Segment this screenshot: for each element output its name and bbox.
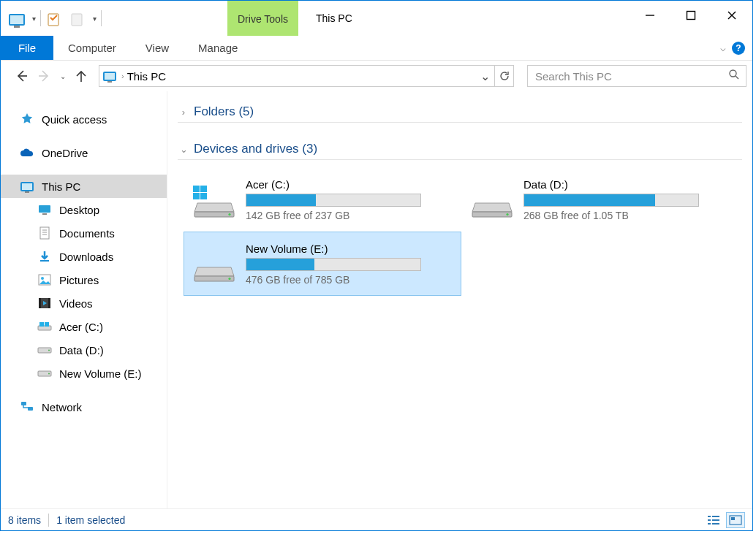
context-tab-drive-tools[interactable]: Drive Tools — [227, 1, 298, 36]
section-devices-and-drives[interactable]: ⌄ Devices and drives (3) — [178, 142, 742, 160]
section-folders[interactable]: › Folders (5) — [178, 104, 742, 123]
minimize-button[interactable] — [630, 1, 670, 30]
svg-point-19 — [41, 277, 44, 280]
sidebar-item-network[interactable]: Network — [1, 395, 167, 419]
drives-grid: Acer (C:) 142 GB free of 237 GB Data (D:… — [178, 167, 742, 296]
section-label: Folders (5) — [194, 104, 254, 119]
help-button[interactable]: ? — [732, 42, 745, 55]
sidebar-item-videos[interactable]: Videos — [1, 291, 167, 315]
back-button[interactable] — [11, 66, 31, 86]
drive-usage-bar — [246, 258, 421, 271]
address-bar[interactable]: › This PC ⌄ — [99, 65, 514, 87]
sidebar-item-label: Quick access — [42, 113, 107, 126]
search-box[interactable] — [527, 65, 746, 87]
system-menu-dropdown[interactable]: ▾ — [29, 15, 39, 23]
address-history-dropdown[interactable]: ⌄ — [475, 66, 494, 86]
status-selection-count: 1 item selected — [56, 514, 125, 526]
new-folder-qat-button[interactable] — [66, 8, 89, 31]
drive-item[interactable]: Acer (C:) 142 GB free of 237 GB — [184, 167, 461, 232]
content-pane: › Folders (5) ⌄ Devices and drives (3) A… — [167, 91, 752, 508]
ribbon-tab-manage[interactable]: Manage — [184, 36, 252, 60]
drive-item[interactable]: New Volume (E:) 476 GB free of 785 GB — [184, 232, 461, 296]
search-input[interactable] — [528, 70, 746, 83]
status-item-count: 8 items — [8, 514, 41, 526]
sidebar-item-pictures[interactable]: Pictures — [1, 268, 167, 291]
svg-point-38 — [228, 213, 230, 215]
ribbon-tabs: File Computer View Manage ⌵ ? — [1, 36, 752, 61]
navigation-pane: Quick access OneDrive This PC Desktop Do… — [1, 91, 167, 508]
sidebar-item-documents[interactable]: Documents — [1, 221, 167, 245]
svg-rect-37 — [194, 212, 234, 217]
quick-access-toolbar: ▾ ▾ — [5, 1, 103, 36]
separator — [40, 10, 41, 26]
up-button[interactable] — [71, 66, 91, 86]
pictures-icon — [37, 272, 52, 287]
svg-point-44 — [228, 278, 230, 280]
drive-usage-bar — [523, 194, 699, 207]
svg-rect-22 — [48, 298, 50, 308]
drive-info: Acer (C:) 142 GB free of 237 GB — [246, 178, 452, 221]
download-icon — [37, 249, 52, 264]
svg-point-9 — [730, 70, 736, 77]
view-large-icons-button[interactable] — [726, 512, 745, 528]
close-button[interactable] — [711, 1, 752, 30]
sidebar-item-label: Downloads — [59, 251, 113, 263]
ribbon-tab-file[interactable]: File — [1, 36, 53, 60]
ribbon-tab-view[interactable]: View — [131, 36, 184, 60]
drive-free-text: 268 GB free of 1.05 TB — [523, 210, 730, 221]
drive-usage-bar — [246, 194, 421, 207]
recent-locations-dropdown[interactable]: ⌄ — [58, 72, 68, 80]
drive-item[interactable]: Data (D:) 268 GB free of 1.05 TB — [461, 167, 739, 232]
breadcrumb-separator-icon[interactable]: › — [120, 72, 126, 80]
drive-info: New Volume (E:) 476 GB free of 785 GB — [246, 243, 452, 286]
sidebar-item-downloads[interactable]: Downloads — [1, 245, 167, 268]
sidebar-item-onedrive[interactable]: OneDrive — [1, 141, 167, 164]
breadcrumb-this-pc[interactable]: This PC — [126, 70, 167, 83]
titlebar: ▾ ▾ Drive Tools This PC — [1, 1, 752, 36]
network-icon — [20, 400, 34, 414]
section-label: Devices and drives (3) — [194, 142, 317, 156]
svg-rect-43 — [194, 276, 234, 281]
svg-point-27 — [48, 350, 50, 351]
system-menu-icon[interactable] — [5, 8, 29, 31]
hard-drive-icon — [193, 181, 235, 218]
search-icon[interactable] — [728, 69, 740, 83]
svg-point-41 — [506, 213, 508, 215]
svg-marker-36 — [194, 203, 234, 212]
sidebar-item-label: Acer (C:) — [59, 321, 103, 333]
chevron-right-icon: › — [178, 107, 189, 118]
sidebar-item-this-pc[interactable]: This PC — [1, 175, 167, 198]
navigation-row: ⌄ › This PC ⌄ — [1, 61, 752, 91]
svg-rect-52 — [731, 517, 735, 520]
properties-qat-button[interactable] — [42, 8, 66, 31]
svg-marker-39 — [472, 203, 512, 212]
maximize-button[interactable] — [670, 1, 711, 30]
svg-rect-1 — [72, 14, 82, 26]
star-icon — [20, 112, 34, 126]
sidebar-item-label: Documents — [59, 227, 115, 240]
view-details-button[interactable] — [704, 512, 723, 528]
svg-marker-42 — [194, 267, 234, 276]
refresh-button[interactable] — [494, 66, 513, 86]
drive-icon — [37, 366, 52, 381]
svg-line-10 — [736, 76, 738, 79]
sidebar-item-desktop[interactable]: Desktop — [1, 198, 167, 221]
sidebar-item-label: This PC — [42, 180, 80, 193]
ribbon-tab-computer[interactable]: Computer — [53, 36, 131, 60]
cloud-icon — [20, 145, 34, 160]
window-controls — [630, 1, 752, 36]
sidebar-item-drive-e[interactable]: New Volume (E:) — [1, 362, 167, 385]
svg-rect-11 — [39, 205, 50, 213]
svg-rect-21 — [39, 298, 41, 308]
svg-rect-24 — [39, 322, 44, 327]
sidebar-item-quick-access[interactable]: Quick access — [1, 107, 167, 131]
sidebar-item-label: Desktop — [59, 204, 99, 216]
qat-customize-dropdown[interactable]: ▾ — [89, 15, 99, 23]
forward-button[interactable] — [34, 66, 55, 86]
sidebar-item-drive-d[interactable]: Data (D:) — [1, 338, 167, 362]
ribbon-collapse-chevron-icon[interactable]: ⌵ — [720, 42, 726, 53]
body: Quick access OneDrive This PC Desktop Do… — [1, 91, 752, 508]
svg-rect-25 — [45, 322, 49, 327]
videos-icon — [37, 296, 52, 310]
sidebar-item-drive-c[interactable]: Acer (C:) — [1, 315, 167, 338]
